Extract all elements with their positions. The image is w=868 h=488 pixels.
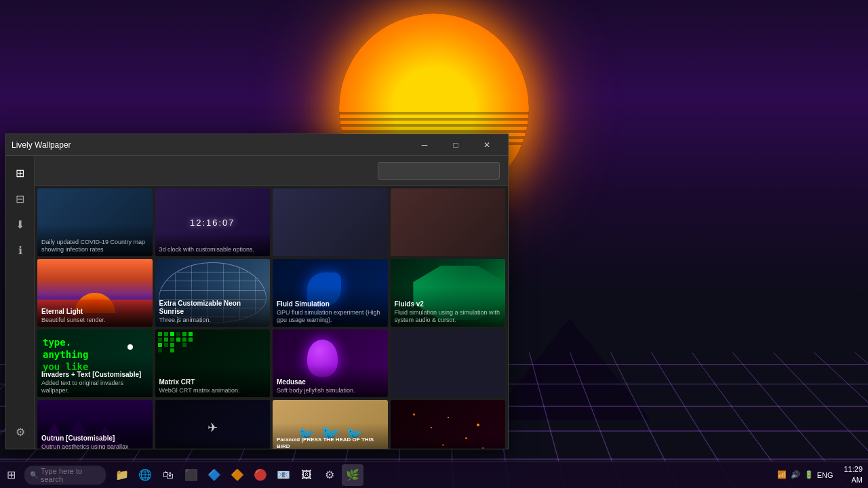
wallpaper-card-empty[interactable] — [391, 329, 506, 397]
wallpaper-grid: Daily updated COVID-19 Country map showi… — [35, 186, 508, 449]
lively-wallpaper-window: Lively Wallpaper ─ □ ✕ ⊞ ⊟ ⬇ ℹ ⚙ — [5, 134, 509, 449]
search-icon: 🔍 — [30, 471, 38, 479]
wallpaper-card-partial2[interactable] — [391, 188, 506, 256]
card-info: Invaders + Text [Customisable] Added tex… — [37, 357, 153, 397]
clock-time: 11:29 — [844, 464, 863, 474]
wallpaper-card-invaders[interactable]: type.anythingyou like Invaders + Text [C… — [37, 329, 153, 397]
download-icon: ⬇ — [16, 218, 24, 231]
start-button[interactable]: ⊞ — [0, 464, 22, 486]
card-info: Fluid Simulation GPU fluid simulation ex… — [273, 287, 388, 327]
home-icon: ⊞ — [16, 167, 24, 180]
card-info: Eternal Light Beautiful sunset render. — [37, 294, 153, 327]
sidebar-item-home[interactable]: ⊞ — [9, 161, 32, 184]
card-desc-covid: Daily updated COVID-19 Country map showi… — [41, 239, 149, 253]
wallpaper-card-clockx[interactable]: 12:16:07 3d clock with customisable opti… — [155, 188, 271, 256]
tray-battery[interactable]: 🔋 — [804, 470, 814, 481]
tray-lang[interactable]: ENG — [817, 471, 833, 479]
card-title-invaders: Invaders + Text [Customisable] — [41, 371, 149, 379]
card-desc-matrix: WebGl CRT matrix animation. — [159, 387, 267, 394]
taskbar-app-chrome[interactable]: 🔴 — [250, 464, 271, 486]
card-info: Extra Customizable Neon Sunrise Three.js… — [155, 286, 271, 327]
card-info: Medusae Soft body jellyfish simulation. — [273, 365, 388, 397]
title-bar: Lively Wallpaper ─ □ ✕ — [6, 134, 508, 156]
tray-volume[interactable]: 🔊 — [790, 470, 801, 481]
minimize-button[interactable]: ─ — [409, 134, 440, 156]
card-title-matrix: Matrix CRT — [159, 378, 267, 386]
sidebar: ⊞ ⊟ ⬇ ℹ ⚙ — [6, 156, 35, 449]
info-icon: ℹ — [18, 244, 22, 257]
card-desc-medusa: Soft body jellyfish simulation. — [277, 387, 384, 394]
card-info: 3d clock with customisable options. — [155, 232, 271, 256]
card-desc-outrun: Outrun aesthetics using parallax scrolli… — [41, 443, 149, 449]
maximize-button[interactable]: □ — [440, 134, 471, 156]
tray-network[interactable]: 📶 — [776, 470, 787, 481]
taskbar-search-box[interactable]: 🔍 Type here to search — [24, 466, 106, 485]
taskbar-app-fileexplorer[interactable]: 📁 — [111, 464, 133, 486]
taskbar-app-edge[interactable]: 🌐 — [134, 464, 156, 486]
card-title-fluids2: Fluids v2 — [395, 300, 502, 308]
card-desc-fluids2: Fluid simulation using a simulation with… — [395, 309, 502, 324]
taskbar-app-settings[interactable]: ⚙ — [319, 464, 340, 486]
clock-ampm: AM — [844, 475, 863, 485]
card-info: Daily updated COVID-19 Country map showi… — [37, 224, 153, 256]
card-info: Parallax.js Parallax engine github page. — [155, 435, 271, 449]
card-title-neon: Extra Customizable Neon Sunrise — [159, 300, 267, 316]
taskbar-app-git[interactable]: 🔶 — [226, 464, 248, 486]
wallpaper-card-eternal-light[interactable]: Eternal Light Beautiful sunset render. — [37, 259, 153, 327]
sidebar-item-download[interactable]: ⬇ — [9, 213, 32, 236]
card-info: Matrix CRT WebGl CRT matrix animation. — [155, 365, 271, 397]
wallpaper-card-fluid-sim[interactable]: Fluid Simulation GPU fluid simulation ex… — [273, 259, 388, 327]
window-controls: ─ □ ✕ — [409, 134, 502, 156]
sidebar-item-library[interactable]: ⊟ — [9, 187, 32, 210]
taskbar-pinned-apps: 📁 🌐 🛍 ⬛ 🔷 🔶 🔴 📧 🖼 ⚙ 🌿 — [108, 464, 771, 486]
search-input[interactable] — [378, 162, 500, 180]
wallpaper-card-fluids-v2[interactable]: Fluids v2 Fluid simulation using a simul… — [391, 259, 506, 327]
wallpaper-card-parallax[interactable]: ✈ ▲ ▲ ▲ Parallax.js Parallax engine gith… — [155, 400, 271, 449]
wallpaper-card-particle-stream[interactable]: Particle Stream Three.js particle stream… — [391, 400, 506, 449]
card-title-outrun: Outrun [Customisable] — [41, 434, 149, 443]
card-desc-clockx: 3d clock with customisable options. — [159, 246, 267, 253]
card-desc-fluid: GPU fluid simulation experiment (High gp… — [277, 309, 384, 324]
main-content: Daily updated COVID-19 Country map showi… — [35, 156, 508, 449]
card-desc-eternal: Beautiful sunset render. — [41, 317, 149, 324]
taskbar-app-mail[interactable]: 📧 — [273, 464, 294, 486]
window-body: ⊞ ⊟ ⬇ ℹ ⚙ — [6, 156, 508, 449]
search-placeholder-text: Type here to search — [41, 467, 100, 483]
card-info: Particle Stream Three.js particle stream… — [391, 435, 506, 449]
card-title-paranoid: Paranoid (PRESS THE HEAD OF THIS BIRD — [277, 436, 384, 449]
taskbar-app-terminal[interactable]: ⬛ — [180, 464, 202, 486]
card-info: Fluids v2 Fluid simulation using a simul… — [391, 287, 506, 327]
card-info: Outrun [Customisable] Outrun aesthetics … — [37, 421, 153, 449]
wallpaper-card-partial1[interactable] — [273, 188, 388, 256]
card-desc-invaders: Added text to original invaders wallpape… — [41, 380, 149, 394]
card-title-medusa: Medusae — [277, 378, 384, 386]
wallpaper-card-paranoid[interactable]: 🐦 🐦 🐦 Paranoid (PRESS THE HEAD OF THIS B… — [273, 400, 388, 449]
taskbar-app-lively[interactable]: 🌿 — [342, 464, 363, 486]
system-tray: 📶 🔊 🔋 ENG — [771, 470, 839, 481]
card-title-eternal: Eternal Light — [41, 308, 149, 316]
card-desc-neon: Three.js animation. — [159, 317, 267, 324]
taskbar-app-store[interactable]: 🛍 — [157, 464, 179, 486]
window-title: Lively Wallpaper — [12, 140, 409, 150]
wallpaper-card-covid[interactable]: Daily updated COVID-19 Country map showi… — [37, 188, 153, 256]
sidebar-item-info[interactable]: ℹ — [9, 239, 32, 262]
card-info: Paranoid (PRESS THE HEAD OF THIS BIRD Sh… — [273, 423, 388, 449]
wallpaper-card-extra-neon[interactable]: Extra Customizable Neon Sunrise Three.js… — [155, 259, 271, 327]
ship-icon: ✈ — [208, 420, 218, 435]
sidebar-item-settings[interactable]: ⚙ — [9, 420, 32, 443]
settings-icon: ⚙ — [16, 426, 25, 439]
toolbar — [35, 156, 508, 186]
library-icon: ⊟ — [16, 192, 24, 205]
wallpaper-card-matrix[interactable]: Matrix CRT WebGl CRT matrix animation. — [155, 329, 271, 397]
start-icon: ⊞ — [7, 468, 16, 481]
card-title-fluid: Fluid Simulation — [277, 300, 384, 308]
taskbar-app-photos[interactable]: 🖼 — [296, 464, 317, 486]
close-button[interactable]: ✕ — [471, 134, 502, 156]
taskbar-clock[interactable]: 11:29 AM — [838, 464, 868, 485]
wallpaper-card-outrun[interactable]: Outrun [Customisable] Outrun aesthetics … — [37, 400, 153, 449]
taskbar: ⊞ 🔍 Type here to search 📁 🌐 🛍 ⬛ 🔷 🔶 🔴 📧 … — [0, 461, 868, 488]
wallpaper-card-medusae[interactable]: Medusae Soft body jellyfish simulation. — [273, 329, 388, 397]
taskbar-app-vscode[interactable]: 🔷 — [203, 464, 225, 486]
